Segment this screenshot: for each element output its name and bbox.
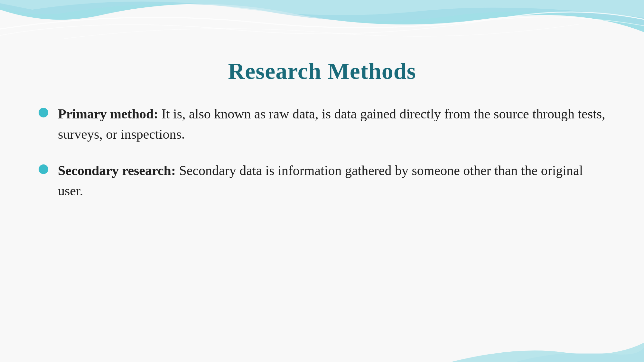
bullet-item-secondary: Secondary research: Secondary data is in… — [39, 161, 605, 201]
bullet-label-primary: Primary method: — [58, 107, 158, 121]
content-area: Research Methods Primary method: It is, … — [0, 0, 644, 237]
bullet-dot-primary — [39, 108, 48, 117]
bullet-text-secondary: Secondary research: Secondary data is in… — [58, 161, 605, 201]
slide: Research Methods Primary method: It is, … — [0, 0, 644, 362]
bullet-item-primary: Primary method: It is, also known as raw… — [39, 104, 605, 144]
wave-bottom-decoration — [451, 298, 644, 362]
bullet-dot-secondary — [39, 164, 48, 174]
bullet-label-secondary: Secondary research: — [58, 163, 176, 178]
bullet-text-primary: Primary method: It is, also known as raw… — [58, 104, 605, 144]
bullet-list: Primary method: It is, also known as raw… — [39, 104, 605, 201]
slide-title: Research Methods — [39, 58, 605, 85]
